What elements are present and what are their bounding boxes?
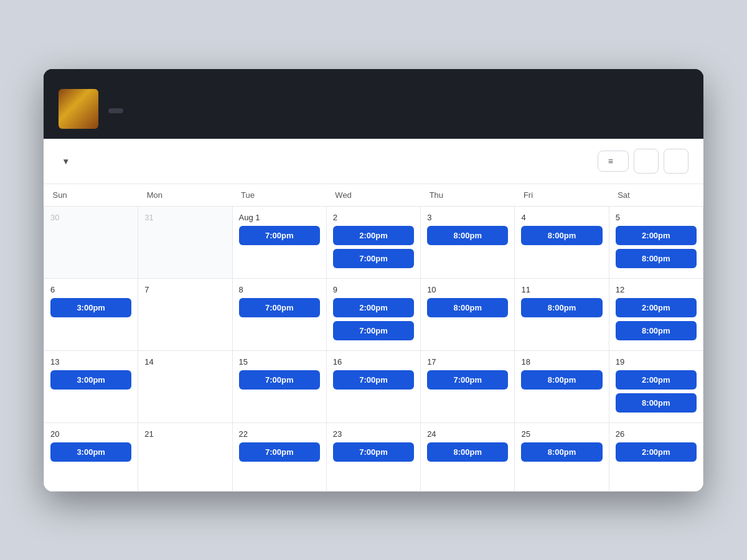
show-thumbnail — [59, 89, 98, 129]
date-number: 6 — [50, 285, 131, 294]
ticket-time-button[interactable]: 7:00pm — [239, 442, 320, 462]
ticket-time-button[interactable]: 2:00pm — [616, 370, 697, 390]
date-number: 18 — [521, 357, 602, 366]
calendar-cell: 227:00pm — [232, 422, 326, 491]
ticket-time-button[interactable]: 7:00pm — [333, 249, 414, 268]
calendar-cell: 118:00pm — [515, 278, 609, 350]
calendar-cell: 21 — [138, 422, 232, 491]
calendar-week-0: 3031Aug 17:00pm22:00pm7:00pm38:00pm48:00… — [44, 206, 703, 278]
filter-button[interactable]: ≡ — [598, 151, 629, 172]
calendar-days-header: Sun Mon Tue Wed Thu Fri Sat — [44, 184, 703, 207]
date-number: 13 — [50, 357, 131, 366]
ticket-time-button[interactable]: 2:00pm — [616, 442, 697, 462]
prev-month-button[interactable] — [634, 149, 659, 174]
ticket-time-button[interactable]: 7:00pm — [239, 226, 320, 245]
calendar-cell: 248:00pm — [421, 422, 515, 491]
ticket-time-button[interactable]: 7:00pm — [333, 442, 414, 462]
next-month-button[interactable] — [664, 149, 688, 174]
ticket-time-button[interactable]: 3:00pm — [50, 298, 131, 317]
browser-window: ▾ ≡ Sun Mon Tue Wed Thu Fri — [44, 69, 703, 492]
date-number: 24 — [427, 429, 508, 439]
calendar-cell: 38:00pm — [421, 206, 515, 278]
ticket-time-button[interactable]: 7:00pm — [239, 370, 320, 390]
date-number: 22 — [239, 429, 320, 439]
ticket-time-button[interactable]: 8:00pm — [616, 321, 697, 340]
show-info-bar — [59, 89, 688, 139]
day-wed: Wed — [326, 184, 420, 207]
date-number: 25 — [521, 429, 602, 439]
ticket-time-button[interactable]: 7:00pm — [333, 370, 414, 390]
date-number: 5 — [616, 213, 697, 222]
date-number: 21 — [144, 429, 225, 439]
calendar-week-3: 203:00pm21227:00pm237:00pm248:00pm258:00… — [44, 422, 703, 491]
ticket-time-button[interactable]: 7:00pm — [239, 298, 320, 317]
calendar-grid: Sun Mon Tue Wed Thu Fri Sat 3031Aug 17:0… — [44, 184, 703, 492]
date-number: 8 — [239, 285, 320, 294]
date-number: Aug 1 — [239, 213, 320, 222]
date-number: 9 — [333, 285, 414, 294]
calendar-cell: 14 — [138, 350, 232, 422]
calendar-cell: 237:00pm — [326, 422, 420, 491]
month-dropdown-arrow: ▾ — [63, 156, 68, 166]
ticket-time-button[interactable]: 8:00pm — [521, 442, 602, 462]
show-meta — [108, 108, 688, 113]
filter-icon: ≡ — [608, 156, 613, 166]
date-number: 17 — [427, 357, 508, 366]
ticket-time-button[interactable]: 7:00pm — [333, 321, 414, 340]
date-number: 26 — [616, 429, 697, 439]
date-number: 16 — [333, 357, 414, 366]
day-tue: Tue — [232, 184, 326, 207]
day-mon: Mon — [138, 184, 232, 207]
date-number: 14 — [144, 357, 225, 366]
calendar-week-2: 133:00pm14157:00pm167:00pm177:00pm188:00… — [44, 350, 703, 422]
ticket-time-button[interactable]: 8:00pm — [427, 298, 508, 317]
calendar-cell: 177:00pm — [421, 350, 515, 422]
day-sat: Sat — [609, 184, 703, 207]
calendar-cell: 122:00pm8:00pm — [609, 278, 703, 350]
calendar-cell: 22:00pm7:00pm — [326, 206, 420, 278]
ticket-time-button[interactable]: 2:00pm — [333, 298, 414, 317]
ticket-time-button[interactable]: 3:00pm — [50, 442, 131, 462]
ticket-time-button[interactable]: 2:00pm — [616, 226, 697, 245]
calendar-cell: 7 — [138, 278, 232, 350]
date-number: 20 — [50, 429, 131, 439]
calendar-cell: 167:00pm — [326, 350, 420, 422]
calendar-cell: 188:00pm — [515, 350, 609, 422]
date-number: 4 — [521, 213, 602, 222]
day-sun: Sun — [44, 184, 138, 207]
date-number: 7 — [144, 285, 225, 294]
calendar-cell: 31 — [138, 206, 232, 278]
calendar-cell: 157:00pm — [232, 350, 326, 422]
calendar-cell: 108:00pm — [421, 278, 515, 350]
ticket-time-button[interactable]: 8:00pm — [427, 442, 508, 462]
ticket-time-button[interactable]: 7:00pm — [427, 370, 508, 390]
month-selector[interactable]: ▾ — [59, 156, 68, 166]
calendar-cell: 192:00pm8:00pm — [609, 350, 703, 422]
date-number: 11 — [521, 285, 602, 294]
ticket-time-button[interactable]: 8:00pm — [616, 393, 697, 413]
ticket-time-button[interactable]: 3:00pm — [50, 370, 131, 390]
ticket-time-button[interactable]: 8:00pm — [616, 249, 697, 268]
ticket-time-button[interactable]: 8:00pm — [521, 226, 602, 245]
calendar-cell: 48:00pm — [515, 206, 609, 278]
date-number: 2 — [333, 213, 414, 222]
show-info-button[interactable] — [108, 108, 123, 113]
ticket-time-button[interactable]: 8:00pm — [521, 370, 602, 390]
header — [44, 69, 703, 139]
show-title — [108, 105, 688, 113]
calendar-header: ▾ ≡ — [44, 139, 703, 184]
calendar-cell: 87:00pm — [232, 278, 326, 350]
ticket-time-button[interactable]: 2:00pm — [333, 226, 414, 245]
main-content: ▾ ≡ Sun Mon Tue Wed Thu Fri — [44, 139, 703, 492]
ticket-time-button[interactable]: 8:00pm — [427, 226, 508, 245]
calendar-cell: 63:00pm — [44, 278, 138, 350]
calendar-cell: Aug 17:00pm — [232, 206, 326, 278]
ticket-time-button[interactable]: 2:00pm — [616, 298, 697, 317]
ticket-time-button[interactable]: 8:00pm — [521, 298, 602, 317]
day-fri: Fri — [515, 184, 609, 207]
date-number: 10 — [427, 285, 508, 294]
date-number: 15 — [239, 357, 320, 366]
calendar-cell: 133:00pm — [44, 350, 138, 422]
date-number: 31 — [144, 213, 225, 222]
calendar-cell: 30 — [44, 206, 138, 278]
